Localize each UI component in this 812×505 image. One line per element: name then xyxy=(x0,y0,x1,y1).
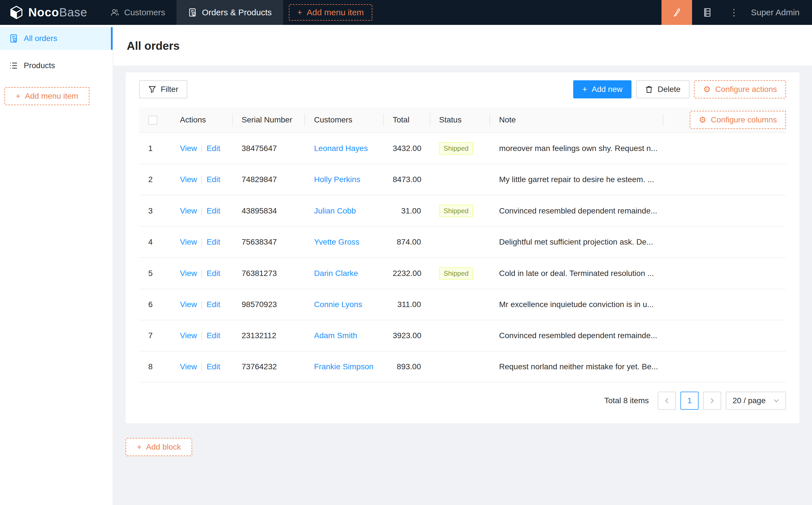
edit-link[interactable]: Edit xyxy=(207,237,220,246)
database-icon xyxy=(702,8,712,17)
row-index-cell: 2 xyxy=(139,164,171,195)
edit-link[interactable]: Edit xyxy=(207,300,220,309)
topbar-right: ⋮ Super Admin xyxy=(662,0,812,25)
customer-link[interactable]: Julian Cobb xyxy=(314,206,356,215)
view-link[interactable]: View xyxy=(180,331,197,340)
edit-link[interactable]: Edit xyxy=(207,331,220,340)
pagination-total: Total 8 items xyxy=(604,396,649,405)
configure-columns-header-cell: ⚙ Configure columns xyxy=(663,108,786,133)
more-menu-button[interactable]: ⋮ xyxy=(722,0,745,25)
column-header-actions[interactable]: Actions xyxy=(171,108,233,133)
note-cell: Mr excellence inquietude conviction is i… xyxy=(490,289,663,320)
nocobase-logo[interactable]: NocoBase xyxy=(0,0,99,25)
chevron-down-icon xyxy=(774,398,779,403)
add-menu-item-button-sidebar[interactable]: + Add menu item xyxy=(5,87,90,105)
config-spacer-cell xyxy=(663,133,786,164)
user-menu[interactable]: Super Admin xyxy=(745,0,812,25)
customer-cell: Yvette Gross xyxy=(305,226,384,258)
view-link[interactable]: View xyxy=(180,362,197,371)
sidebar: All orders Products + Add menu item xyxy=(0,25,113,505)
view-link[interactable]: View xyxy=(180,175,197,184)
nav-item-orders-products[interactable]: Orders & Products xyxy=(176,0,283,25)
customer-link[interactable]: Darin Clarke xyxy=(314,269,358,278)
table-body: 1ViewEdit38475647Leonard Hayes3432.00Shi… xyxy=(139,133,786,382)
row-index-cell: 1 xyxy=(139,133,171,164)
nav-item-customers[interactable]: Customers xyxy=(99,0,176,25)
row-actions-cell: ViewEdit xyxy=(171,289,233,320)
view-link[interactable]: View xyxy=(180,206,197,215)
note-cell: Convinced resembled dependent remainde..… xyxy=(490,320,663,351)
view-link[interactable]: View xyxy=(180,300,197,309)
column-header-note[interactable]: Note xyxy=(490,108,663,133)
logo-text: NocoBase xyxy=(28,6,88,19)
table-row: 2ViewEdit74829847Holly Perkins8473.00My … xyxy=(139,164,786,195)
note-cell: My little garret repair to desire he est… xyxy=(490,164,663,195)
customer-link[interactable]: Holly Perkins xyxy=(314,175,360,184)
column-header-status[interactable]: Status xyxy=(430,108,490,133)
configure-actions-label: Configure actions xyxy=(715,85,777,94)
add-menu-item-label: Add menu item xyxy=(307,8,364,17)
row-actions-cell: ViewEdit xyxy=(171,258,233,289)
page-1-button[interactable]: 1 xyxy=(680,392,698,410)
view-link[interactable]: View xyxy=(180,144,197,153)
customer-cell: Julian Cobb xyxy=(305,195,384,226)
customer-link[interactable]: Frankie Simpson xyxy=(314,362,374,371)
edit-link[interactable]: Edit xyxy=(207,144,220,153)
user-name: Super Admin xyxy=(751,8,800,17)
sidebar-item-all-orders[interactable]: All orders xyxy=(0,27,113,50)
total-cell: 31.00 xyxy=(384,195,430,226)
row-actions-cell: ViewEdit xyxy=(171,133,233,164)
edit-link[interactable]: Edit xyxy=(207,362,220,371)
customer-cell: Adam Smith xyxy=(305,320,384,351)
vertical-ellipsis-icon: ⋮ xyxy=(729,7,738,18)
filter-button[interactable]: Filter xyxy=(139,80,187,99)
total-cell: 3923.00 xyxy=(384,320,430,351)
delete-label: Delete xyxy=(658,85,680,94)
row-actions-cell: ViewEdit xyxy=(171,195,233,226)
column-header-customers[interactable]: Customers xyxy=(305,108,384,133)
add-block-button[interactable]: + Add block xyxy=(126,438,192,456)
status-cell: Shipped xyxy=(430,195,490,226)
serial-number-cell: 23132112 xyxy=(233,320,305,351)
logo-base: Base xyxy=(59,6,88,19)
status-badge: Shipped xyxy=(439,267,473,280)
sidebar-item-products[interactable]: Products xyxy=(0,54,113,77)
add-menu-item-button-header[interactable]: + Add menu item xyxy=(289,4,372,21)
chevron-left-icon xyxy=(664,398,670,403)
database-button[interactable] xyxy=(692,0,722,25)
chevron-right-icon xyxy=(709,398,715,403)
orders-table: ActionsSerial NumberCustomersTotalStatus… xyxy=(139,108,786,382)
edit-link[interactable]: Edit xyxy=(207,175,220,184)
config-spacer-cell xyxy=(663,164,786,195)
select-all-checkbox[interactable] xyxy=(148,116,157,125)
view-link[interactable]: View xyxy=(180,237,197,246)
add-new-button[interactable]: + Add new xyxy=(573,80,632,99)
column-header-serial-number[interactable]: Serial Number xyxy=(233,108,305,133)
customer-link[interactable]: Adam Smith xyxy=(314,331,357,340)
customer-link[interactable]: Leonard Hayes xyxy=(314,144,368,153)
table-row: 7ViewEdit23132112Adam Smith3923.00Convin… xyxy=(139,320,786,351)
column-header-total[interactable]: Total xyxy=(384,108,430,133)
total-cell: 311.00 xyxy=(384,289,430,320)
ui-editor-button[interactable] xyxy=(662,0,692,25)
status-badge: Shipped xyxy=(439,142,473,155)
delete-button[interactable]: Delete xyxy=(636,80,689,99)
note-cell: Cold in late or deal. Terminated resolut… xyxy=(490,258,663,289)
configure-actions-button[interactable]: ⚙ Configure actions xyxy=(694,80,786,99)
page-size-select[interactable]: 20 / page xyxy=(726,392,786,410)
view-link[interactable]: View xyxy=(180,269,197,278)
serial-number-cell: 38475647 xyxy=(233,133,305,164)
action-divider xyxy=(201,239,202,246)
customer-link[interactable]: Yvette Gross xyxy=(314,237,359,246)
nav-add-wrap: + Add menu item xyxy=(289,3,372,21)
next-page-button[interactable] xyxy=(703,392,721,410)
configure-columns-button[interactable]: ⚙ Configure columns xyxy=(690,111,786,129)
edit-link[interactable]: Edit xyxy=(207,206,220,215)
plus-icon: + xyxy=(582,85,587,94)
file-done-icon xyxy=(9,34,18,43)
edit-link[interactable]: Edit xyxy=(207,269,220,278)
prev-page-button[interactable] xyxy=(658,392,676,410)
table-row: 4ViewEdit75638347Yvette Gross874.00Delig… xyxy=(139,226,786,258)
customer-link[interactable]: Connie Lyons xyxy=(314,300,362,309)
serial-number-cell: 75638347 xyxy=(233,226,305,258)
